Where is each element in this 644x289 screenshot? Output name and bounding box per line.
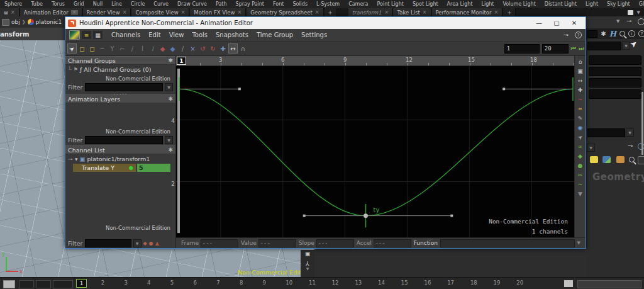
shelf-tool[interactable]: Solids xyxy=(288,1,312,7)
gray-slope-icon[interactable]: / xyxy=(178,43,187,54)
menu-item[interactable]: Edit xyxy=(148,31,160,38)
playbar-frame-tick[interactable]: 19 xyxy=(494,280,501,286)
image-icon[interactable] xyxy=(602,156,611,163)
frame-start-field[interactable]: 1 xyxy=(504,44,540,54)
playbar-frame-tick[interactable]: 5 xyxy=(170,280,174,286)
parameter-input[interactable] xyxy=(587,42,621,50)
all-channel-groups-row[interactable]: └ ⚑ ƒ All Channel Groups (0) xyxy=(65,65,175,74)
playbar-frame-tick[interactable]: 6 xyxy=(194,280,197,286)
basket-icon[interactable] xyxy=(616,156,625,163)
shelf-tool[interactable]: Volume Light xyxy=(499,1,540,7)
playbar-control[interactable] xyxy=(19,280,34,288)
playbar-frame-tick[interactable]: 11 xyxy=(309,280,316,286)
green-smooth-icon[interactable]: ~ xyxy=(578,181,583,188)
curve-multi-icon[interactable]: ≈ xyxy=(578,105,583,113)
parameter-row[interactable] xyxy=(589,55,641,65)
slope-line-icon[interactable]: / xyxy=(128,43,137,54)
channel-list-header[interactable]: Channel List ✱ xyxy=(65,145,175,154)
pane-tab[interactable]: w × xyxy=(0,8,19,16)
chevron-down-icon[interactable]: ▼ xyxy=(626,128,634,137)
scroll-down-icon[interactable]: ▼ xyxy=(578,190,582,198)
playbar-frame-tick[interactable]: 9 xyxy=(263,280,266,286)
corner-tangent-icon[interactable]: ⌐ xyxy=(118,43,127,54)
playbar-frame-tick[interactable]: 16 xyxy=(425,280,431,286)
menu-item[interactable]: Settings xyxy=(301,31,327,38)
chevron-down-icon[interactable]: ▼ xyxy=(637,10,640,15)
shelf-tool[interactable]: Spot Light xyxy=(408,1,443,7)
shelf-tool[interactable]: Curve xyxy=(149,1,173,7)
scrollbar[interactable] xyxy=(641,92,643,155)
shelf-tool[interactable]: Sky Light xyxy=(602,1,635,7)
parameter-row[interactable] xyxy=(589,67,641,76)
node-row[interactable]: ⊸ ▼ ▣ platonic1/transform1 xyxy=(65,155,175,163)
parameter-dropdown[interactable] xyxy=(587,128,625,137)
shelf-tool[interactable]: Path xyxy=(211,1,231,7)
shelf-tool[interactable]: Spray Paint xyxy=(231,1,269,7)
tab-close-icon[interactable]: × xyxy=(123,10,127,15)
pane-tab[interactable]: transform1 × xyxy=(348,8,393,16)
green-key-icon[interactable]: ● xyxy=(578,162,583,169)
export-icon[interactable] xyxy=(638,156,644,164)
green-match-icon[interactable]: ◆ xyxy=(578,152,582,160)
cycle-post-icon[interactable]: ↻ xyxy=(208,43,218,54)
sticky-note-icon[interactable] xyxy=(590,156,598,163)
help-icon[interactable]: ? xyxy=(575,31,582,38)
pane-tab[interactable]: Animation Editor × xyxy=(20,8,82,16)
shelf-tool[interactable]: Draw Curve xyxy=(173,1,211,7)
playbar[interactable]: 1 234567891011121314151617181920 xyxy=(0,277,644,289)
breadcrumb-obj[interactable]: obj xyxy=(11,19,20,25)
shelf-tool[interactable]: Light xyxy=(581,1,602,7)
dopesheet-view-icon[interactable]: ≡ xyxy=(82,31,91,39)
field-value[interactable]: - - - xyxy=(201,239,238,247)
channel-groups-header[interactable]: Channel Groups ✱ xyxy=(65,56,175,65)
shelf-tool[interactable]: Font xyxy=(269,1,288,7)
frame-end-field[interactable]: 20 xyxy=(542,44,569,54)
playbar-frame-tick[interactable]: 8 xyxy=(240,280,243,286)
playbar-end-button[interactable] xyxy=(564,280,573,287)
pane-tab[interactable]: Geometry Spreadsheet × xyxy=(247,8,323,16)
playbar-frame-tick[interactable]: 18 xyxy=(470,280,477,286)
playbar-control[interactable] xyxy=(53,280,73,288)
expand-viewport-icon[interactable]: ▣ xyxy=(305,251,311,258)
playbar-frame-tick[interactable]: 15 xyxy=(401,280,408,286)
maximize-button[interactable]: ▢ xyxy=(548,17,565,29)
slanted-tangent-icon[interactable]: I xyxy=(148,43,157,54)
chevron-down-icon[interactable]: ▼ xyxy=(616,19,619,24)
info-icon[interactable]: i xyxy=(628,30,635,37)
chevron-down-icon[interactable]: ▼ xyxy=(165,83,173,91)
tab-close-icon[interactable]: × xyxy=(423,10,427,15)
pane-tab[interactable]: Composite View × xyxy=(131,8,189,16)
blue-key-icon[interactable]: ◆ xyxy=(168,43,177,54)
frame-ruler[interactable]: 1 369121518 xyxy=(176,56,574,66)
select-key-icon[interactable]: ➤ xyxy=(576,133,584,142)
table-view-icon[interactable]: ▦ xyxy=(93,31,103,39)
vertical-tangent-icon[interactable]: I xyxy=(138,43,147,54)
box-select-handles-icon[interactable]: ◻ xyxy=(87,43,97,54)
playbar-frame-tick[interactable]: 4 xyxy=(147,280,150,286)
playbar-frame-tick[interactable]: 7 xyxy=(216,280,219,286)
jump-last-keyframe-button[interactable]: ⏭ xyxy=(579,45,584,52)
delete-key-icon[interactable]: × xyxy=(188,43,197,54)
pane-tab[interactable]: + × xyxy=(503,8,516,16)
menu-item[interactable]: Tools xyxy=(192,31,208,38)
pane-menu-icon[interactable] xyxy=(628,10,633,15)
jump-first-keyframe-button[interactable]: ⏮ xyxy=(571,45,576,52)
tab-close-icon[interactable]: × xyxy=(237,10,242,15)
green-cut-icon[interactable]: ✂ xyxy=(578,171,583,179)
tab-close-icon[interactable]: × xyxy=(71,10,78,15)
tangent-curve-icon[interactable]: ~ xyxy=(97,43,107,54)
lock-keys-icon[interactable]: ∩ xyxy=(238,43,248,54)
pin-icon[interactable]: ⊸ xyxy=(628,142,633,149)
axis-tripod-icon[interactable]: Y xyxy=(306,259,309,266)
window-titlebar[interactable]: Houdini Apprentice Non-Commercial - Anim… xyxy=(65,17,586,29)
close-button[interactable]: ✕ xyxy=(565,17,583,29)
playbar-control[interactable] xyxy=(36,280,51,288)
shelf-tool[interactable]: Area Light xyxy=(443,1,477,7)
select-tool-icon[interactable]: ➤ xyxy=(67,43,77,54)
gear-icon[interactable]: ✱ xyxy=(601,30,606,37)
pane-tab[interactable]: Render View × xyxy=(83,8,131,16)
shelf-tool[interactable]: L-System xyxy=(312,1,344,7)
ruler-current-frame[interactable]: 1 xyxy=(177,57,186,65)
filter-input[interactable] xyxy=(85,83,163,91)
graph-view-icon[interactable] xyxy=(69,30,80,40)
